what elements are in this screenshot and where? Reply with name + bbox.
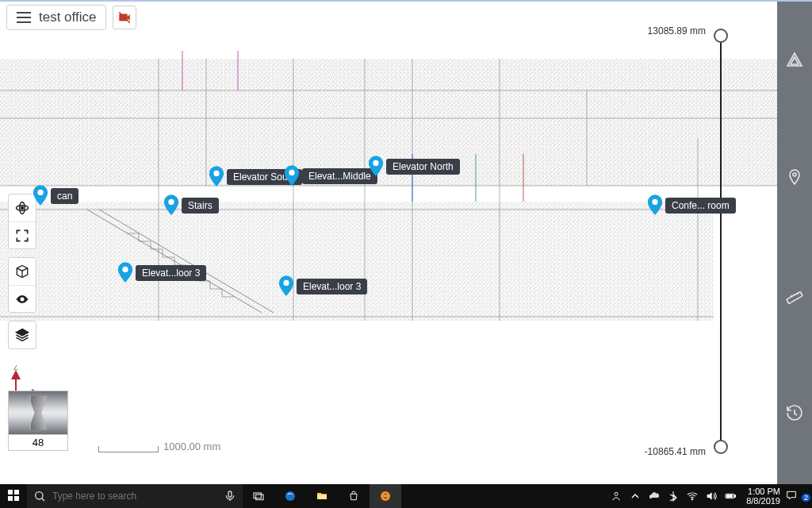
panorama-count: 48 xyxy=(8,435,68,451)
svg-rect-77 xyxy=(254,493,261,498)
location-pin[interactable]: Elevat...loor 3 xyxy=(278,275,367,298)
history-button[interactable] xyxy=(783,402,806,424)
svg-point-74 xyxy=(36,492,43,499)
pin-label: can xyxy=(51,188,79,204)
task-view-button[interactable] xyxy=(243,484,274,508)
location-pin[interactable]: can xyxy=(32,185,79,207)
svg-rect-76 xyxy=(228,491,232,497)
clip-top-handle[interactable] xyxy=(714,29,728,43)
pin-label: Elevat...Middle xyxy=(302,168,377,184)
pin-label: Elevat...loor 3 xyxy=(136,265,206,281)
wifi-icon[interactable] xyxy=(686,490,699,502)
svg-point-55 xyxy=(283,280,289,286)
chevron-up-icon[interactable] xyxy=(629,490,642,502)
svg-point-51 xyxy=(289,170,294,175)
scale-bar: 1000.00 mm xyxy=(98,441,220,452)
clip-top-label: 13085.89 mm xyxy=(648,25,706,37)
pin-label: Elevat...loor 3 xyxy=(297,279,367,294)
search-icon xyxy=(33,490,46,502)
svg-rect-86 xyxy=(727,495,733,498)
fullscreen-button[interactable] xyxy=(9,221,36,248)
pin-label: Confe... room xyxy=(665,198,736,214)
svg-line-69 xyxy=(798,293,799,294)
svg-line-67 xyxy=(793,294,794,296)
svg-rect-73 xyxy=(14,496,19,501)
people-icon[interactable] xyxy=(610,490,622,502)
taskbar-app-edge[interactable] xyxy=(274,484,306,508)
measure-button[interactable] xyxy=(783,284,806,306)
svg-point-81 xyxy=(381,491,390,501)
svg-point-48 xyxy=(37,190,43,195)
pin-icon xyxy=(32,185,49,207)
notification-badge: 2 xyxy=(802,494,810,502)
panorama-thumbnail[interactable]: 48 xyxy=(8,391,68,451)
pin-label: Elevator North xyxy=(386,159,460,175)
clip-track xyxy=(720,35,722,448)
project-name: test office xyxy=(39,10,96,25)
svg-line-75 xyxy=(42,498,44,501)
svg-rect-85 xyxy=(735,495,736,498)
svg-point-53 xyxy=(652,199,657,205)
pin-icon xyxy=(208,166,225,188)
pin-icon xyxy=(163,194,180,217)
project-menu[interactable]: test office xyxy=(6,5,106,30)
clip-bottom-handle[interactable] xyxy=(714,440,728,454)
svg-rect-71 xyxy=(14,490,19,495)
svg-rect-10 xyxy=(0,202,714,321)
scale-label: 1000.00 mm xyxy=(163,441,220,452)
mic-icon xyxy=(224,490,236,502)
svg-text:Z: Z xyxy=(13,365,18,371)
pin-label: Stairs xyxy=(182,198,219,214)
taskbar-time: 1:00 PM xyxy=(746,487,780,496)
svg-rect-80 xyxy=(317,495,327,499)
view-toolbar xyxy=(8,194,36,357)
taskbar-app-store[interactable] xyxy=(338,484,370,508)
menu-icon xyxy=(17,12,31,23)
svg-point-64 xyxy=(793,173,796,176)
clip-range-slider[interactable]: 13085.89 mm -10865.41 mm xyxy=(642,24,730,459)
svg-point-52 xyxy=(373,160,378,166)
pin-icon xyxy=(646,194,664,217)
svg-point-50 xyxy=(213,171,219,176)
system-tray[interactable] xyxy=(605,490,741,502)
taskbar-search-input[interactable] xyxy=(52,491,217,502)
svg-line-66 xyxy=(791,295,791,297)
brand-icon[interactable] xyxy=(783,49,806,71)
pin-icon xyxy=(283,165,301,187)
location-pin[interactable]: Stairs xyxy=(163,194,219,217)
volume-icon[interactable] xyxy=(705,490,718,502)
visibility-button[interactable] xyxy=(9,285,36,312)
pin-icon xyxy=(367,156,385,178)
taskbar-clock[interactable]: 1:00 PM 8/8/2019 xyxy=(741,487,785,506)
svg-rect-70 xyxy=(8,490,13,495)
clip-bottom-label: -10865.41 mm xyxy=(645,446,706,457)
svg-point-79 xyxy=(285,491,295,501)
taskbar-search[interactable] xyxy=(27,484,243,508)
battery-icon[interactable] xyxy=(724,490,737,502)
svg-line-68 xyxy=(795,294,796,295)
location-pin[interactable]: Confe... room xyxy=(646,194,736,217)
svg-point-49 xyxy=(168,199,174,205)
taskbar-date: 8/8/2019 xyxy=(746,496,780,506)
taskbar-app-explorer[interactable] xyxy=(306,484,338,508)
taskbar-app-current[interactable] xyxy=(370,484,401,508)
bluetooth-icon[interactable] xyxy=(667,490,680,502)
start-button[interactable] xyxy=(0,489,27,503)
svg-point-82 xyxy=(615,492,618,495)
svg-point-83 xyxy=(691,498,693,500)
pin-icon xyxy=(278,275,295,298)
location-pin[interactable]: Elevat...Middle xyxy=(283,165,377,187)
svg-rect-72 xyxy=(8,496,13,501)
layers-button[interactable] xyxy=(9,321,36,348)
camera-off-button[interactable] xyxy=(113,6,136,29)
location-pin[interactable]: Elevator North xyxy=(367,156,460,178)
svg-point-58 xyxy=(21,207,24,210)
svg-rect-65 xyxy=(787,291,802,303)
waypoints-button[interactable] xyxy=(783,167,806,189)
location-pin[interactable]: Elevat...loor 3 xyxy=(117,262,206,284)
viewport-canvas[interactable]: canStairsElevator SouthElevat...MiddleEl… xyxy=(0,2,777,484)
windows-taskbar: 1:00 PM 8/8/2019 2 xyxy=(0,484,812,508)
cube-view-button[interactable] xyxy=(9,258,36,285)
action-center-button[interactable]: 2 xyxy=(785,489,812,503)
onedrive-icon[interactable] xyxy=(648,490,661,502)
